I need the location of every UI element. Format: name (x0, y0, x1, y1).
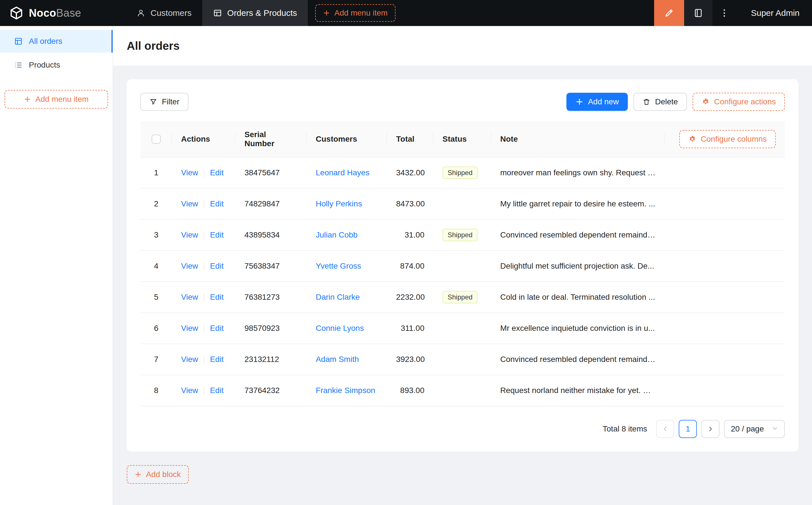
edit-link[interactable]: Edit (210, 168, 224, 177)
view-link[interactable]: View (181, 355, 198, 364)
nav-item-customers[interactable]: Customers (126, 0, 202, 26)
view-link[interactable]: View (181, 262, 198, 270)
add-new-label: Add new (588, 97, 619, 106)
row-index: 8 (140, 375, 172, 406)
more-actions-button[interactable] (712, 0, 736, 26)
customer-link[interactable]: Julian Cobb (316, 230, 358, 239)
products-icon (14, 61, 23, 69)
action-divider (204, 231, 204, 239)
nocobase-logo[interactable]: NocoBase (0, 6, 113, 20)
view-link[interactable]: View (181, 199, 198, 208)
pagination-next-button[interactable] (701, 420, 719, 438)
note-cell: Cold in late or deal. Terminated resolut… (491, 282, 665, 313)
page-size-select[interactable]: 20 / page (724, 420, 785, 438)
orders-table-block: Filter Add new Delete (127, 79, 798, 452)
sidebar-item-all-orders[interactable]: All orders (0, 30, 113, 52)
page-title: All orders (127, 40, 180, 52)
nav-item-label: Orders & Products (227, 8, 297, 18)
delete-label: Delete (655, 97, 678, 106)
view-link[interactable]: View (181, 293, 198, 301)
column-header-note: Note (491, 121, 665, 157)
add-menu-item-label: Add menu item (35, 95, 89, 104)
edit-link[interactable]: Edit (210, 386, 224, 395)
nav-item-orders-products[interactable]: Orders & Products (202, 0, 308, 26)
action-divider (204, 325, 204, 333)
customer-link[interactable]: Yvette Gross (316, 262, 361, 270)
page-size-value: 20 / page (731, 425, 764, 434)
chevron-right-icon (707, 426, 713, 432)
table-row: 1 ViewEdit 38475647 Leonard Hayes 3432.0… (140, 157, 785, 188)
layout: All orders Products Add menu item All or… (0, 26, 812, 505)
action-divider (204, 356, 204, 364)
nav-item-label: Customers (150, 8, 191, 18)
pagination-page-1[interactable]: 1 (679, 420, 697, 438)
collections-button[interactable] (684, 0, 712, 26)
sidebar-item-products[interactable]: Products (0, 54, 113, 76)
edit-link[interactable]: Edit (210, 324, 224, 333)
navbar-right: Super Admin (654, 0, 812, 26)
edit-link[interactable]: Edit (210, 199, 224, 208)
edit-link[interactable]: Edit (210, 230, 224, 239)
customer-link[interactable]: Leonard Hayes (316, 168, 370, 177)
status-badge: Shipped (442, 291, 478, 303)
customer-link[interactable]: Holly Perkins (316, 199, 362, 208)
edit-link[interactable]: Edit (210, 355, 224, 364)
note-cell: moreover man feelings own shy. Request n… (491, 157, 665, 188)
row-index: 5 (140, 282, 172, 313)
total-cell: 311.00 (387, 313, 433, 344)
row-index: 2 (140, 188, 172, 219)
table-header: Actions Serial Number Customers Total St… (140, 121, 785, 157)
serial-cell: 74829847 (235, 188, 307, 219)
table-row: 6 ViewEdit 98570923 Connie Lyons 311.00 … (140, 313, 785, 344)
current-user[interactable]: Super Admin (751, 8, 800, 18)
gear-icon (688, 135, 696, 143)
pagination-total: Total 8 items (602, 425, 647, 434)
total-cell: 3432.00 (387, 157, 433, 188)
configure-columns-button[interactable]: Configure columns (679, 130, 776, 148)
view-link[interactable]: View (181, 168, 198, 177)
view-link[interactable]: View (181, 324, 198, 333)
filter-button[interactable]: Filter (140, 93, 188, 111)
plus-icon (135, 471, 141, 478)
view-link[interactable]: View (181, 386, 198, 395)
configure-actions-button[interactable]: Configure actions (693, 93, 785, 111)
row-index: 7 (140, 344, 172, 375)
total-cell: 893.00 (387, 375, 433, 406)
action-divider (204, 263, 204, 271)
column-header-total: Total (387, 121, 433, 157)
add-menu-item-button-sidebar[interactable]: Add menu item (5, 90, 108, 109)
select-all-checkbox[interactable] (152, 135, 161, 144)
pagination-prev-button[interactable] (656, 420, 674, 438)
app-root: NocoBase Customers Orders & Products (0, 0, 812, 505)
ui-editor-button[interactable] (654, 0, 684, 26)
total-cell: 3923.00 (387, 344, 433, 375)
sidebar-item-label: All orders (29, 37, 62, 46)
serial-cell: 75638347 (235, 250, 307, 282)
serial-cell: 43895834 (235, 219, 307, 250)
trash-icon (643, 98, 651, 106)
total-cell: 8473.00 (387, 188, 433, 219)
pagination: Total 8 items 1 20 / page (140, 420, 785, 438)
customer-link[interactable]: Frankie Simpson (316, 386, 375, 395)
edit-link[interactable]: Edit (210, 293, 224, 301)
column-header-actions: Actions (172, 121, 235, 157)
chevron-left-icon (662, 426, 668, 432)
total-cell: 2232.00 (387, 282, 433, 313)
serial-cell: 73764232 (235, 375, 307, 406)
add-new-button[interactable]: Add new (566, 93, 628, 111)
note-cell: My little garret repair to desire he est… (491, 188, 665, 219)
add-block-button[interactable]: Add block (127, 465, 189, 484)
edit-link[interactable]: Edit (210, 262, 224, 270)
action-divider (204, 169, 204, 177)
customer-link[interactable]: Connie Lyons (316, 324, 364, 333)
view-link[interactable]: View (181, 230, 198, 239)
add-menu-item-button-header[interactable]: Add menu item (315, 4, 396, 22)
customer-link[interactable]: Darin Clarke (316, 293, 360, 301)
main-menu: Customers Orders & Products Add menu ite… (126, 0, 396, 26)
customer-link[interactable]: Adam Smith (316, 355, 359, 364)
column-header-customers: Customers (307, 121, 387, 157)
logo-text-noco: Noco (29, 7, 56, 19)
sidebar-item-label: Products (29, 60, 60, 69)
delete-button[interactable]: Delete (634, 93, 687, 111)
customers-icon (136, 8, 145, 17)
